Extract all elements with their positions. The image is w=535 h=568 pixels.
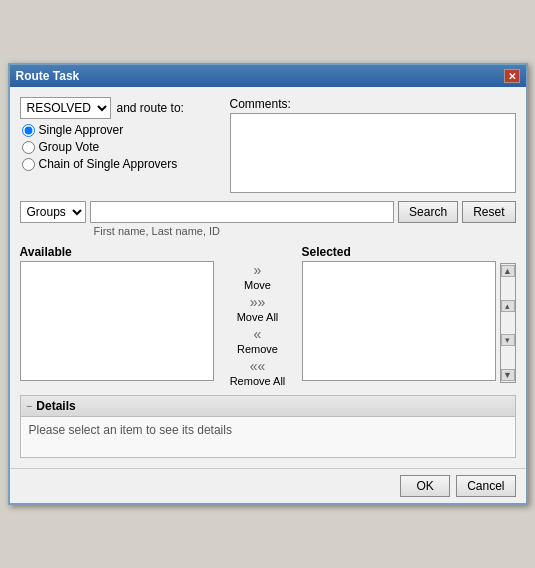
- available-list[interactable]: [20, 261, 214, 381]
- search-row: Groups Users Roles Search Reset: [20, 201, 516, 223]
- move-icon: »: [254, 263, 262, 277]
- search-input[interactable]: [90, 201, 395, 223]
- scroll-top-arrow[interactable]: ▲: [501, 265, 515, 277]
- move-all-label: Move All: [237, 311, 279, 323]
- radio-chain-input[interactable]: [22, 158, 35, 171]
- bottom-buttons: OK Cancel: [10, 468, 526, 503]
- available-list-container: Available: [20, 245, 214, 381]
- scroll-bottom-arrow[interactable]: ▼: [501, 369, 515, 381]
- radio-single: Single Approver: [22, 123, 220, 137]
- remove-icon: «: [254, 327, 262, 341]
- search-hint: First name, Last name, ID: [20, 225, 516, 237]
- details-title: Details: [36, 399, 75, 413]
- dialog-body: RESOLVED OPEN PENDING and route to: Sing…: [10, 87, 526, 468]
- radio-group-vote: Group Vote: [22, 140, 220, 154]
- comments-textarea[interactable]: [230, 113, 516, 193]
- selected-list[interactable]: [302, 261, 496, 381]
- move-all-button[interactable]: »» Move All: [237, 295, 279, 323]
- move-label: Move: [244, 279, 271, 291]
- route-to-label: and route to:: [117, 101, 184, 115]
- details-section: − Details Please select an item to see i…: [20, 395, 516, 458]
- route-task-dialog: Route Task ✕ RESOLVED OPEN PENDING and r…: [8, 63, 528, 505]
- scrollbar: ▲ ▴ ▾ ▼: [500, 263, 516, 383]
- available-label: Available: [20, 245, 214, 259]
- scroll-up-arrow[interactable]: ▴: [501, 300, 515, 312]
- comments-section: Comments:: [230, 97, 516, 193]
- remove-all-label: Remove All: [230, 375, 286, 387]
- radio-group-label: Group Vote: [39, 140, 100, 154]
- status-select[interactable]: RESOLVED OPEN PENDING: [20, 97, 111, 119]
- radio-chain: Chain of Single Approvers: [22, 157, 220, 171]
- search-section: Groups Users Roles Search Reset First na…: [20, 201, 516, 237]
- search-filter-select[interactable]: Groups Users Roles: [20, 201, 86, 223]
- move-all-icon: »»: [250, 295, 266, 309]
- radio-single-input[interactable]: [22, 124, 35, 137]
- scroll-down-arrow[interactable]: ▾: [501, 334, 515, 346]
- lists-section: Available » Move »» Move All « Remove ««: [20, 245, 516, 387]
- details-header[interactable]: − Details: [21, 396, 515, 417]
- dialog-title: Route Task: [16, 69, 80, 83]
- comments-label: Comments:: [230, 97, 516, 111]
- radio-chain-label: Chain of Single Approvers: [39, 157, 178, 171]
- search-button[interactable]: Search: [398, 201, 458, 223]
- radio-group: Single Approver Group Vote Chain of Sing…: [20, 123, 220, 171]
- top-section: RESOLVED OPEN PENDING and route to: Sing…: [20, 97, 516, 193]
- radio-group-input[interactable]: [22, 141, 35, 154]
- remove-all-icon: ««: [250, 359, 266, 373]
- selected-label: Selected: [302, 245, 496, 259]
- left-top: RESOLVED OPEN PENDING and route to: Sing…: [20, 97, 220, 193]
- remove-all-button[interactable]: «« Remove All: [230, 359, 286, 387]
- close-button[interactable]: ✕: [504, 69, 520, 83]
- details-body: Please select an item to see its details: [21, 417, 515, 457]
- move-button[interactable]: » Move: [244, 263, 271, 291]
- cancel-button[interactable]: Cancel: [456, 475, 515, 497]
- title-bar: Route Task ✕: [10, 65, 526, 87]
- remove-label: Remove: [237, 343, 278, 355]
- selected-list-container: Selected: [302, 245, 496, 381]
- move-buttons-panel: » Move »» Move All « Remove «« Remove Al…: [218, 245, 298, 387]
- route-row: RESOLVED OPEN PENDING and route to:: [20, 97, 220, 119]
- remove-button[interactable]: « Remove: [237, 327, 278, 355]
- details-body-text: Please select an item to see its details: [29, 423, 232, 437]
- radio-single-label: Single Approver: [39, 123, 124, 137]
- reset-button[interactable]: Reset: [462, 201, 515, 223]
- ok-button[interactable]: OK: [400, 475, 450, 497]
- details-toggle-icon: −: [27, 401, 33, 412]
